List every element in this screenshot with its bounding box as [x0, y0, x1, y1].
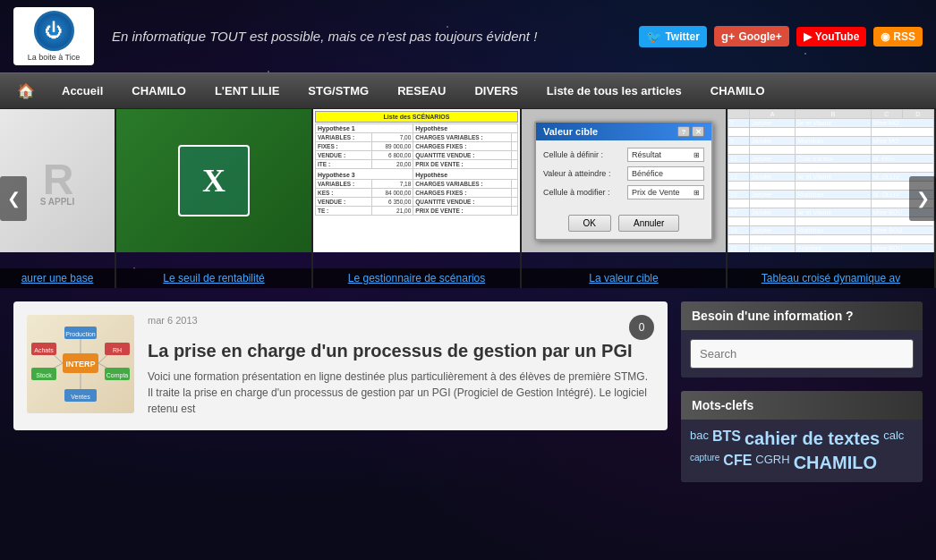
tags-widget-title: Mots-clefs [681, 391, 923, 420]
dialog-field1-label: Cellule à définir : [543, 150, 624, 159]
excel-icon: X [178, 145, 250, 216]
search-input[interactable] [690, 339, 914, 369]
main-nav: 🏠 Accueil CHAMILO L'ENT LILIE STG/STMG R… [0, 72, 936, 109]
youtube-icon: ▶ [804, 30, 812, 43]
nav-item-divers[interactable]: DIVERS [460, 75, 532, 106]
nav-item-ent[interactable]: L'ENT LILIE [200, 75, 294, 106]
nav-home-button[interactable]: 🏠 [4, 73, 47, 108]
tags-body: bac BTS cahier de textes calc capture CF… [681, 420, 923, 482]
dialog-field2-label: Valeur à atteindre : [543, 169, 624, 178]
tag-capture[interactable]: capture [690, 453, 719, 473]
scenario-h3: Hypothèse 3 [316, 169, 413, 180]
article-title[interactable]: La prise en charge d'un processus de ges… [148, 340, 654, 361]
dialog-field3-value[interactable]: Prix de Vente ⊞ [627, 185, 704, 199]
carousel-item-2[interactable]: X Le seuil de rentabilité [116, 109, 313, 288]
tag-cahier-textes[interactable]: cahier de textes [745, 428, 880, 449]
scenario-h4: Hypothèse [413, 169, 518, 180]
carousel-caption-3: Le gestionnaire de scénarios [313, 268, 520, 288]
comment-count-badge: 0 [629, 315, 654, 340]
tag-cfe[interactable]: CFE [723, 453, 752, 473]
scenario-h2: Hypothèse [413, 124, 518, 133]
google-label: Google+ [738, 30, 781, 43]
dialog-field3-label: Cellule à modifier : [543, 188, 624, 197]
svg-text:Compta: Compta [106, 372, 129, 379]
rss-label: RSS [893, 30, 915, 43]
article-date: mar 6 2013 [148, 315, 198, 326]
svg-text:Stock: Stock [36, 372, 52, 378]
info-widget: Besoin d'une information ? [681, 301, 923, 378]
scenario-h1: Hypothèse 1 [316, 124, 413, 133]
carousel-item-5[interactable]: A B C D 7JanvierÎle et VilaineMme MO 8Ja… [728, 109, 936, 288]
google-link[interactable]: g+ Google+ [714, 26, 789, 47]
social-links: 🐦 Twitter g+ Google+ ▶ YouTube ◉ RSS [639, 26, 923, 47]
carousel-item-3[interactable]: Liste des SCÉNARIOS Hypothèse 1 Hypothès… [313, 109, 522, 288]
erp-diagram: INTERP Production Ventes [31, 319, 130, 409]
nav-item-all-articles[interactable]: Liste de tous les articles [532, 75, 696, 106]
nav-item-accueil[interactable]: Accueil [47, 75, 117, 106]
logo-icon [34, 11, 74, 51]
twitter-label: Twitter [665, 30, 699, 43]
dialog-title: Valeur cible ? ✕ [536, 123, 711, 140]
tags-widget: Mots-clefs bac BTS cahier de textes calc… [681, 391, 923, 482]
nav-item-chamilo1[interactable]: CHAMILO [117, 75, 200, 106]
dialog-field1-value[interactable]: Résultat ⊞ [627, 148, 704, 162]
site-logo[interactable]: La boite à Tice [13, 7, 94, 65]
youtube-link[interactable]: ▶ YouTube [796, 27, 867, 47]
svg-text:Ventes: Ventes [71, 394, 90, 400]
carousel-prev-button[interactable]: ❮ [0, 176, 27, 221]
nav-item-stg[interactable]: STG/STMG [294, 75, 383, 106]
site-tagline: En informatique TOUT est possible, mais … [112, 29, 639, 44]
tag-bts[interactable]: BTS [712, 428, 741, 449]
twitter-link[interactable]: 🐦 Twitter [639, 26, 706, 47]
svg-text:Achats: Achats [34, 347, 54, 353]
tag-bac[interactable]: bac [690, 428, 709, 449]
nav-item-reseau[interactable]: RESEAU [383, 75, 460, 106]
carousel-caption-5: Tableau croisé dynamique av [728, 268, 934, 288]
tag-cgrh[interactable]: CGRH [755, 453, 789, 473]
article-card: INTERP Production Ventes [13, 301, 668, 430]
article-meta: mar 6 2013 0 La prise en charge d'un pro… [148, 315, 654, 417]
carousel-caption-2: Le seuil de rentabilité [116, 268, 311, 288]
logo-text: La boite à Tice [28, 53, 81, 62]
svg-text:INTERP: INTERP [65, 360, 95, 369]
svg-text:Production: Production [65, 331, 96, 337]
info-widget-body [681, 330, 923, 378]
dialog-help-btn[interactable]: ? [677, 126, 690, 137]
svg-text:RH: RH [113, 347, 122, 353]
rss-link[interactable]: ◉ RSS [873, 27, 923, 47]
twitter-icon: 🐦 [646, 30, 661, 44]
youtube-label: YouTube [815, 30, 860, 43]
carousel-item-4[interactable]: Valeur cible ? ✕ Cellule à définir : Rés… [522, 109, 728, 288]
info-widget-title: Besoin d'une information ? [681, 301, 923, 330]
nav-item-chamilo2[interactable]: CHAMILO [696, 75, 779, 106]
content-area: INTERP Production Ventes [13, 301, 668, 496]
sidebar: Besoin d'une information ? Mots-clefs ba… [681, 301, 923, 496]
article-excerpt: Voici une formation présentation en lign… [148, 369, 654, 417]
carousel: ❮ R S APPLI aurer une base X Le seuil de… [0, 109, 936, 288]
main-content: INTERP Production Ventes [0, 288, 936, 509]
scenario-title: Liste des SCÉNARIOS [315, 111, 518, 123]
rss-icon: ◉ [881, 30, 889, 43]
erp-svg: INTERP Production Ventes [31, 319, 130, 409]
dialog-close-btn[interactable]: ✕ [692, 126, 704, 137]
carousel-caption-4: La valeur cible [522, 268, 726, 288]
dialog-cancel-button[interactable]: Annuler [618, 215, 679, 232]
carousel-next-button[interactable]: ❯ [909, 176, 936, 221]
dialog-ok-button[interactable]: OK [568, 215, 611, 232]
header: La boite à Tice En informatique TOUT est… [0, 0, 936, 72]
tag-chamilo[interactable]: CHAMILO [794, 453, 877, 473]
carousel-caption-1: aurer une base [0, 268, 115, 288]
google-icon: g+ [721, 30, 736, 43]
dialog-field2-value[interactable]: Bénéfice [627, 166, 704, 181]
article-thumbnail: INTERP Production Ventes [27, 315, 134, 413]
tag-calc[interactable]: calc [883, 428, 904, 449]
valeur-cible-dialog: Valeur cible ? ✕ Cellule à définir : Rés… [534, 121, 713, 241]
